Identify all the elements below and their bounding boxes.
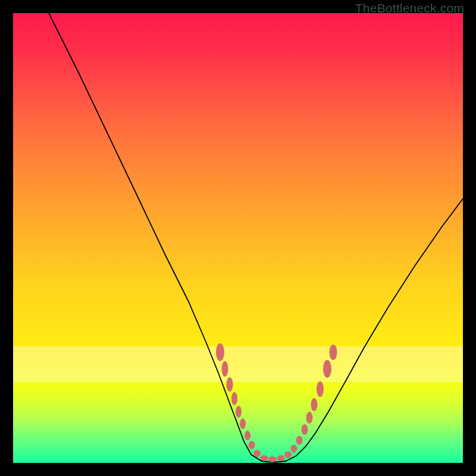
curve-marker xyxy=(284,452,292,458)
curve-marker xyxy=(317,381,324,397)
curve-marker xyxy=(249,441,255,449)
curve-marker xyxy=(227,377,233,392)
curve-marker xyxy=(222,361,228,377)
bottleneck-curve xyxy=(49,13,463,462)
curve-marker xyxy=(311,398,318,411)
curve-marker xyxy=(216,343,224,361)
curve-marker xyxy=(302,424,308,435)
curve-marker xyxy=(291,445,298,453)
chart-area xyxy=(13,13,463,463)
curve-marker xyxy=(236,406,242,418)
curve-marker xyxy=(306,412,313,424)
curve-marker xyxy=(268,456,277,462)
pale-band xyxy=(13,346,463,382)
curve-marker xyxy=(245,431,250,440)
curve-marker xyxy=(277,455,285,461)
curve-marker xyxy=(231,392,237,405)
curve-marker xyxy=(330,345,337,360)
watermark-text: TheBottleneck.com xyxy=(355,1,464,15)
curve-marker xyxy=(261,455,268,461)
curve-marker xyxy=(240,418,246,429)
chart-svg xyxy=(13,13,463,463)
curve-marker xyxy=(296,436,303,445)
curve-marker xyxy=(253,450,261,457)
curve-marker xyxy=(323,360,331,378)
